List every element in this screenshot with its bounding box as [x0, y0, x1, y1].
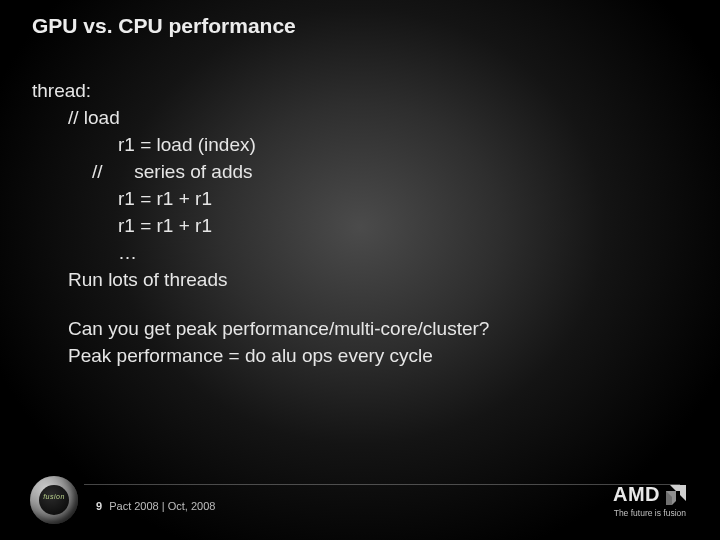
code-fragment: series of adds: [134, 161, 252, 182]
slide-title: GPU vs. CPU performance: [32, 14, 296, 38]
amd-wordmark: AMD: [613, 483, 660, 506]
amd-arrow-icon: [666, 485, 686, 505]
page-number: 9: [96, 500, 102, 512]
body-text: Peak performance = do alu ops every cycl…: [68, 343, 680, 370]
fusion-badge-icon: fusion: [30, 476, 78, 524]
code-line: // series of adds: [92, 159, 680, 186]
footer-divider: [84, 484, 680, 485]
slide: GPU vs. CPU performance thread: // load …: [0, 0, 720, 540]
slide-body: thread: // load r1 = load (index) // ser…: [32, 78, 680, 370]
code-line: // load: [68, 105, 680, 132]
footer-text: Pact 2008 | Oct, 2008: [109, 500, 215, 512]
code-line: r1 = r1 + r1: [118, 186, 680, 213]
code-line: thread:: [32, 78, 680, 105]
code-line: r1 = r1 + r1: [118, 213, 680, 240]
body-text: Can you get peak performance/multi-core/…: [68, 316, 680, 343]
amd-tagline: The future is fusion: [613, 508, 686, 518]
amd-logo: AMD The future is fusion: [613, 483, 686, 518]
code-line: Run lots of threads: [68, 267, 680, 294]
page-footer: 9 Pact 2008 | Oct, 2008: [96, 500, 215, 512]
fusion-label: fusion: [30, 493, 78, 500]
code-line: r1 = load (index): [118, 132, 680, 159]
code-fragment: //: [92, 161, 103, 182]
code-line: …: [118, 240, 680, 267]
